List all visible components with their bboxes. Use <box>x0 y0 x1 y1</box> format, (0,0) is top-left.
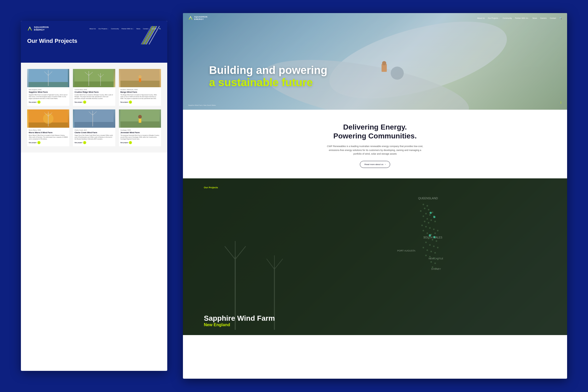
turbine-scene-2 <box>73 69 115 87</box>
nav-about[interactable]: About Us <box>89 28 96 30</box>
project-card: Clarke Creek, QLD Clarke Creek Wind Farm… <box>73 109 115 146</box>
nav-partner[interactable]: Partner With Us ↓ <box>122 28 134 30</box>
see-project-link[interactable]: See project › <box>120 141 159 144</box>
project-image-2 <box>73 69 115 87</box>
svg-point-71 <box>423 215 424 217</box>
svg-point-106 <box>435 268 437 269</box>
svg-rect-34 <box>74 122 114 128</box>
project-image-5 <box>73 109 115 128</box>
read-more-button[interactable]: Read more about us › <box>360 161 390 168</box>
see-project-link[interactable]: See project › <box>29 101 68 104</box>
turbine-blades-hero <box>183 13 567 110</box>
logo-text: SQUADRON ENERGY <box>34 26 49 31</box>
right-nav-links: About Us Our Projects ↓ Community Partne… <box>477 17 562 19</box>
project-name: Bango Wind Farm <box>120 91 159 93</box>
right-search-icon[interactable]: 🔍 <box>559 17 562 19</box>
svg-point-79 <box>425 226 427 227</box>
left-panel: SQUADRON ENERGY About Us Our Projects ↓ … <box>21 21 167 371</box>
see-project-arrow[interactable]: › <box>129 101 132 104</box>
left-header: SQUADRON ENERGY About Us Our Projects ↓ … <box>21 21 167 63</box>
right-nav-news[interactable]: News <box>532 17 537 19</box>
svg-point-80 <box>429 227 431 229</box>
project-name: Clarke Creek Wind Farm <box>74 131 113 134</box>
svg-point-81 <box>433 229 435 230</box>
project-info-6: Gundagai, NSW Jeremiah Wind Farm The pro… <box>119 128 161 146</box>
project-image-1 <box>27 69 69 87</box>
svg-text:SOUTH WALES: SOUTH WALES <box>423 236 442 239</box>
right-logo[interactable]: SQUADRON ENERGY <box>188 16 207 20</box>
svg-point-103 <box>430 261 432 263</box>
svg-point-75 <box>424 221 425 222</box>
our-projects-label: Our Projects <box>204 186 218 189</box>
nav-community[interactable]: Community <box>111 28 119 30</box>
see-project-link[interactable]: See project › <box>74 141 113 144</box>
sapphire-farm-title: Sapphire Wind Farm <box>204 314 546 323</box>
svg-text:QUEENSLAND: QUEENSLAND <box>418 197 438 200</box>
svg-point-102 <box>437 259 439 260</box>
right-panel: SQUADRON ENERGY About Us Our Projects ↓ … <box>183 13 567 379</box>
see-project-arrow[interactable]: › <box>129 141 132 144</box>
turbine-scene-4 <box>27 109 69 128</box>
right-nav-partner[interactable]: Partner With Us ↓ <box>515 17 529 19</box>
see-project-link[interactable]: See project › <box>74 101 113 104</box>
project-info-1: New England, NSW Sapphire Wind Farm Sapp… <box>27 87 69 106</box>
project-card: Southern Tablelands, NSW Bango Wind Farm… <box>119 69 161 106</box>
hero-section: SQUADRON ENERGY About Us Our Projects ↓ … <box>183 13 567 110</box>
svg-point-63 <box>423 204 424 205</box>
svg-point-78 <box>421 225 423 226</box>
svg-point-109 <box>429 234 431 236</box>
svg-point-98 <box>434 252 436 254</box>
right-nav-contact[interactable]: Contact <box>550 17 556 19</box>
sapphire-section: Sapphire Wind Farm New England <box>183 306 567 335</box>
project-region: Gundagai, NSW <box>120 129 159 131</box>
right-nav-community[interactable]: Community <box>503 17 512 19</box>
see-project-arrow[interactable]: › <box>83 101 86 104</box>
project-region: Southern Tablelands, NSW <box>120 89 159 90</box>
project-desc: Stage One of the Clarke Creek Wind Farm … <box>74 134 113 140</box>
project-region: Clarke Creek, QLD <box>74 129 113 131</box>
see-project-arrow[interactable]: › <box>37 101 41 104</box>
sapphire-farm-subtitle: New England <box>204 323 546 327</box>
svg-point-96 <box>426 249 428 251</box>
see-project-link[interactable]: See project › <box>29 141 68 144</box>
right-nav-projects[interactable]: Our Projects ↓ <box>488 17 499 19</box>
project-info-3: Southern Tablelands, NSW Bango Wind Farm… <box>119 87 161 106</box>
svg-point-68 <box>432 212 433 213</box>
project-image-6 <box>119 109 161 128</box>
project-name: Murra Warra II Wind Farm <box>29 131 68 134</box>
right-nav-careers[interactable]: Careers <box>540 17 547 19</box>
project-desc: Sapphire Wind Farm is located in Ngairab… <box>29 94 68 100</box>
project-info-2: Central West, NSW Crudine Ridge Wind Far… <box>73 87 115 106</box>
projects-grid: New England, NSW Sapphire Wind Farm Sapp… <box>27 69 161 146</box>
svg-point-91 <box>425 242 427 243</box>
project-region: New England, NSW <box>29 89 68 90</box>
turbine-scene-1 <box>27 69 69 87</box>
svg-point-92 <box>429 244 431 246</box>
see-project-arrow[interactable]: › <box>37 141 41 144</box>
svg-rect-42 <box>139 119 141 123</box>
hero-title-main: Building and powering <box>209 64 327 76</box>
project-desc: Murra Warra II Wind Farm is located in N… <box>29 134 68 140</box>
logo-icon <box>27 26 32 31</box>
project-desc: The proposed Jeremiah Wind Farm is locat… <box>120 134 159 140</box>
svg-text:NEWCASTLE: NEWCASTLE <box>429 257 443 260</box>
svg-point-76 <box>428 222 429 224</box>
see-project-arrow[interactable]: › <box>83 141 86 144</box>
right-nav-about[interactable]: About Us <box>477 17 485 19</box>
project-card: Central West, NSW Crudine Ridge Wind Far… <box>73 69 115 106</box>
left-content: New England, NSW Sapphire Wind Farm Sapp… <box>21 63 167 153</box>
project-desc: The Bango Wind Farm is located on Ngunna… <box>120 94 159 100</box>
see-project-link[interactable]: See project › <box>120 101 159 104</box>
project-info-4: Murra Warra, NSW Murra Warra II Wind Far… <box>27 128 69 146</box>
right-logo-icon <box>188 16 193 20</box>
svg-point-74 <box>430 219 432 221</box>
svg-point-100 <box>429 256 431 258</box>
svg-rect-25 <box>139 78 141 82</box>
project-card: Murra Warra, NSW Murra Warra II Wind Far… <box>27 109 69 146</box>
nav-projects[interactable]: Our Projects ↓ <box>99 28 108 30</box>
project-card: New England, NSW Sapphire Wind Farm Sapp… <box>27 69 69 106</box>
svg-point-66 <box>428 209 429 210</box>
logo[interactable]: SQUADRON ENERGY <box>27 26 49 31</box>
read-more-label: Read more about us <box>364 163 383 166</box>
scroll-arrow[interactable]: ↓ <box>560 100 562 104</box>
